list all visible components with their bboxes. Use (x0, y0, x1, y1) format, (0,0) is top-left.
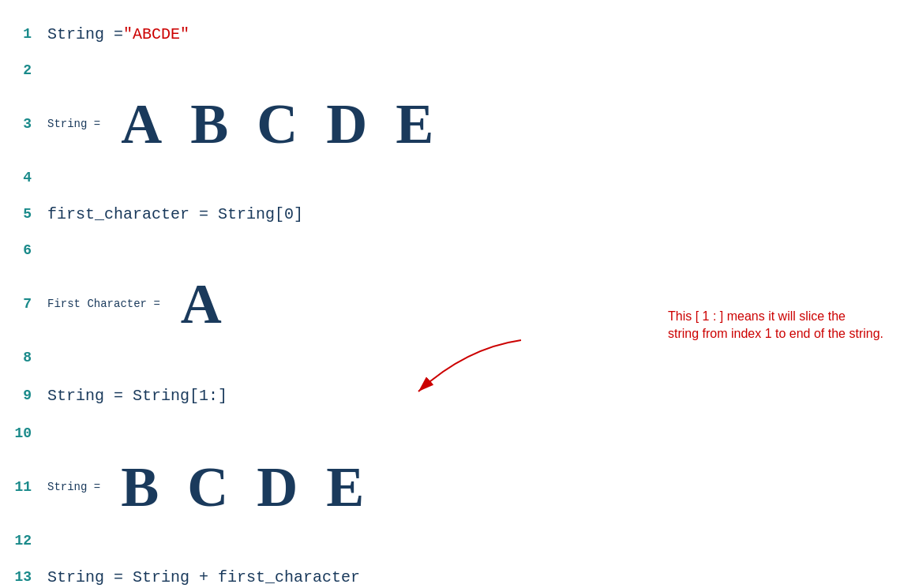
line-2: 2 (0, 52, 915, 88)
line-number-7: 7 (0, 296, 47, 312)
string-label-3: String = (47, 118, 100, 130)
line-12: 12 (0, 522, 915, 559)
line-1-content: String = "ABCDE" (47, 25, 915, 43)
char-E-3: E (396, 92, 433, 157)
line-11: 11 String = B C D E (0, 451, 915, 522)
line-number-2: 2 (0, 62, 47, 78)
line-number-12: 12 (0, 533, 47, 549)
line-1: 1 String = "ABCDE" (0, 16, 915, 52)
line-6: 6 (0, 232, 915, 268)
char-B-3: B (190, 92, 228, 157)
line-5-content: first_character = String[0] (47, 205, 915, 223)
char-D-3: D (326, 92, 367, 157)
line-number-9: 9 (0, 388, 47, 403)
line-number-8: 8 (0, 350, 47, 365)
line-10: 10 (0, 415, 915, 451)
display-row-3: String = A B C D E (47, 92, 448, 157)
display-row-11: String = B C D E (47, 455, 378, 520)
line-5: 5 first_character = String[0] (0, 196, 915, 232)
line-13-content: String = String + first_character (47, 568, 915, 586)
line-number-13: 13 (0, 569, 47, 585)
line-9: 9 String = String[1:] (0, 376, 915, 415)
line-number-3: 3 (0, 116, 47, 132)
line1-string: "ABCDE" (123, 25, 189, 43)
first-char-label: First Character = (47, 298, 160, 310)
line-3-content: String = A B C D E (47, 92, 915, 157)
line-9-content: String = String[1:] (47, 387, 915, 405)
annotation-container: This [ 1 : ] means it will slice thestri… (668, 308, 883, 343)
char-C-11: C (187, 455, 228, 520)
line9-code: String = String[1:] (47, 387, 227, 405)
annotation-arrow (371, 332, 529, 403)
line-number-5: 5 (0, 206, 47, 222)
char-C-3: C (257, 92, 298, 157)
char-A-3: A (121, 92, 162, 157)
line-number-4: 4 (0, 170, 47, 185)
string-label-11: String = (47, 481, 100, 493)
line-11-content: String = B C D E (47, 455, 915, 520)
line-4: 4 (0, 159, 915, 196)
line-3: 3 String = A B C D E (0, 88, 915, 159)
line1-keyword: String = (47, 25, 123, 43)
line13-code: String = String + first_character (47, 568, 360, 586)
display-row-7: First Character = A (47, 272, 236, 337)
code-area: 1 String = "ABCDE" 2 3 String = A B C D … (0, 8, 915, 588)
annotation-text: This [ 1 : ] means it will slice thestri… (668, 308, 883, 343)
char-E-11: E (326, 455, 364, 520)
char-D-11: D (257, 455, 298, 520)
char-A-7: A (181, 272, 222, 337)
line-number-1: 1 (0, 26, 47, 42)
line-13: 13 String = String + first_character (0, 559, 915, 588)
line-number-11: 11 (0, 479, 47, 495)
line5-code: first_character = String[0] (47, 205, 303, 223)
line-number-6: 6 (0, 242, 47, 258)
line-number-10: 10 (0, 425, 47, 441)
char-B-11: B (121, 455, 159, 520)
